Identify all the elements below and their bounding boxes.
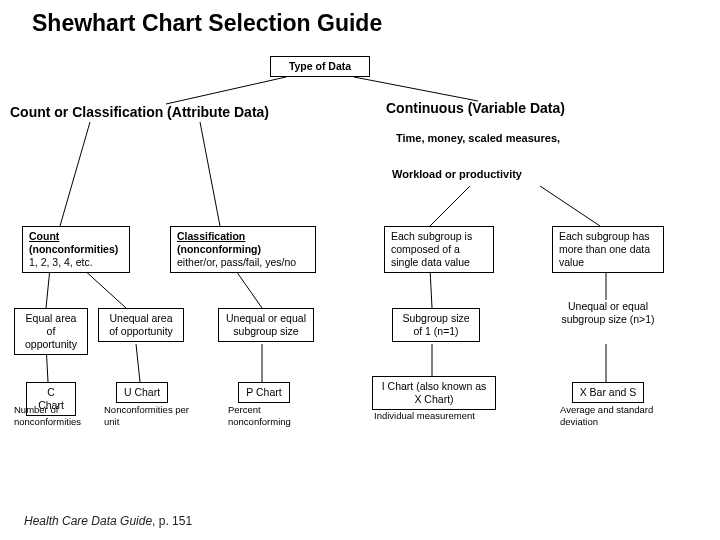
node-p-subgroup: Unequal or equal subgroup size [218,308,314,342]
svg-line-12 [430,268,432,308]
node-size-1: Subgroup size of 1 (n=1) [392,308,480,342]
svg-line-2 [60,122,90,226]
node-count: Count (nonconformities) 1, 2, 3, 4, etc. [22,226,130,273]
variable-example-2: Workload or productivity [392,168,522,182]
footer-citation: Health Care Data Guide, p. 151 [24,514,192,528]
node-u-chart: U Chart [116,382,168,403]
classification-title: Classification [177,230,245,242]
node-equal-area: Equal area of opportunity [14,308,88,355]
svg-line-8 [136,344,140,382]
count-sub1: (nonconformities) [29,243,118,255]
node-variable-data: Continuous (Variable Data) [386,100,636,118]
node-p-chart: P Chart [238,382,290,403]
page-title: Shewhart Chart Selection Guide [0,0,720,45]
footer-book: Health Care Data Guide [24,514,152,528]
svg-line-10 [430,186,470,226]
u-chart-desc: Nonconformities per unit [104,404,200,428]
svg-line-11 [540,186,600,226]
count-title: Count [29,230,59,242]
node-type-of-data: Type of Data [270,56,370,77]
node-single-value: Each subgroup is composed of a single da… [384,226,494,273]
svg-line-1 [354,77,478,101]
node-xbar-s-chart: X Bar and S [572,382,644,403]
node-classification: Classification (nonconforming) either/or… [170,226,316,273]
node-i-chart: I Chart (also known as X Chart) [372,376,496,410]
footer-page: , p. 151 [152,514,192,528]
node-unequal-area: Unequal area of opportunity [98,308,184,342]
classification-sub1: (nonconforming) [177,243,261,255]
variable-example-1: Time, money, scaled measures, [396,132,560,146]
count-sub2: 1, 2, 3, 4, etc. [29,256,93,268]
svg-line-6 [234,268,262,308]
i-chart-desc: Individual measurement [374,410,504,422]
classification-sub2: either/or, pass/fail, yes/no [177,256,296,268]
c-chart-desc: Number of nonconformities [14,404,92,428]
svg-line-4 [46,268,50,308]
svg-line-5 [82,268,126,308]
node-size-gt1: Unequal or equal subgroup size (n>1) [556,300,660,326]
p-chart-desc: Percent nonconforming [228,404,308,428]
xbar-s-desc: Average and standard deviation [560,404,672,428]
node-multi-value: Each subgroup has more than one data val… [552,226,664,273]
svg-line-0 [166,77,286,104]
svg-line-3 [200,122,220,226]
node-attribute-data: Count or Classification (Attribute Data) [10,104,320,122]
